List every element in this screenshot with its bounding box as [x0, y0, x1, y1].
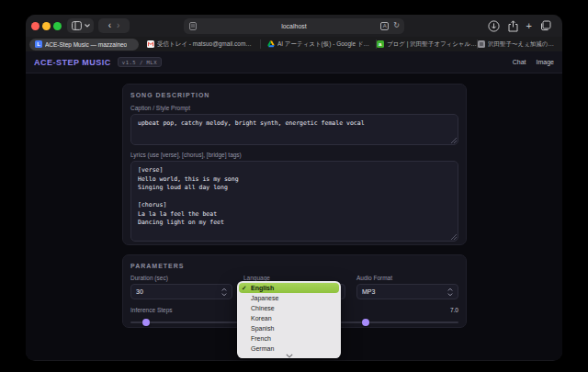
song-description-card: SONG DESCRIPTION Caption / Style Prompt … — [122, 84, 467, 245]
zoom-window-button[interactable] — [53, 22, 62, 30]
reload-icon[interactable]: ↻ — [393, 20, 400, 31]
inference-steps-label: Inference Steps — [130, 307, 173, 313]
localhost-favicon: L — [35, 40, 42, 48]
downloads-icon[interactable] — [488, 20, 500, 32]
nav-link-image[interactable]: Image — [537, 59, 554, 65]
version-badge: v1.5 / MLX — [118, 57, 162, 67]
tab-title: 受信トレイ - matsuo@gmail.com… — [157, 40, 252, 49]
tab-title: AI アーティスト(仮) - Google ド… — [277, 40, 369, 49]
audio-format-select[interactable]: MP3 — [356, 284, 458, 299]
dropdown-option[interactable]: Korean — [239, 313, 339, 323]
page-content: SONG DESCRIPTION Caption / Style Prompt … — [26, 73, 562, 360]
nav-buttons: ‹ › — [98, 18, 130, 33]
duration-label: Duration (sec) — [130, 275, 232, 281]
dropdown-option-selected[interactable]: ✓ English — [239, 283, 339, 293]
minimize-window-button[interactable] — [42, 22, 51, 30]
resize-handle-icon[interactable] — [451, 138, 457, 143]
select-stepper-icon — [447, 287, 453, 297]
blog-favicon: a — [377, 40, 384, 48]
dropdown-option[interactable]: Japanese — [239, 293, 339, 303]
app-title: ACE-STEP MUSIC — [34, 58, 111, 67]
dropdown-option[interactable]: Chinese — [239, 303, 339, 313]
close-window-button[interactable] — [31, 22, 40, 30]
tab-title: ACE-Step Music — mazzaineo — [45, 41, 127, 48]
language-dropdown-popup: ✓ English Japanese Chinese Korean Spanis… — [237, 281, 341, 358]
tab-title: ブログ | 沢田聖子オフィシャルブロ… — [387, 40, 477, 49]
check-icon: ✓ — [242, 283, 246, 293]
browser-titlebar: ‹ › localhost A ↻ — [26, 15, 562, 37]
app-header: ACE-STEP MUSIC v1.5 / MLX Chat Image — [26, 51, 562, 73]
chevron-down-icon — [85, 24, 90, 28]
url-bar[interactable]: localhost A ↻ — [184, 18, 404, 34]
gmail-favicon — [147, 40, 154, 48]
select-stepper-icon — [221, 287, 227, 297]
page-settings-icon[interactable] — [189, 22, 197, 30]
tab-google-docs[interactable]: AI アーティスト(仮) - Google ド… — [260, 39, 376, 49]
caption-textarea[interactable]: upbeat pop, catchy melody, bright synth,… — [130, 114, 458, 145]
tab-strip: L ACE-Step Music — mazzaineo 受信トレイ - mat… — [26, 37, 562, 51]
new-tab-button[interactable]: + — [526, 21, 532, 31]
caption-label: Caption / Style Prompt — [130, 105, 458, 111]
audio-format-label: Audio Format — [356, 275, 458, 281]
resize-handle-icon[interactable] — [451, 234, 457, 240]
dropdown-option[interactable]: Spanish — [239, 323, 339, 333]
section-title: PARAMETERS — [130, 263, 458, 269]
tab-tour-page[interactable]: 沢田聖子〜えぇ加減のお年玉ツアー… — [477, 39, 559, 49]
tab-blog[interactable]: a ブログ | 沢田聖子オフィシャルブロ… — [376, 39, 477, 49]
duration-select[interactable]: 30 — [130, 284, 232, 299]
tab-ace-step-music[interactable]: L ACE-Step Music — mazzaineo — [29, 39, 139, 51]
chevron-down-icon — [286, 354, 293, 358]
share-icon[interactable] — [508, 20, 518, 32]
sidebar-icon — [72, 21, 82, 30]
toolbar-actions: + — [488, 15, 551, 37]
browser-window: ‹ › localhost A ↻ — [26, 15, 562, 361]
audio-format-field: Audio Format MP3 — [356, 275, 458, 299]
section-title: SONG DESCRIPTION — [130, 92, 458, 98]
lyrics-textarea[interactable]: [verse] Hello world, this is my song Sin… — [130, 161, 458, 242]
generic-favicon — [478, 40, 485, 48]
url-text: localhost — [281, 23, 307, 29]
dropdown-scroll-indicator[interactable] — [239, 350, 339, 358]
guidance-value: 7.0 — [450, 307, 458, 313]
google-drive-favicon — [267, 40, 275, 48]
svg-text:L: L — [37, 41, 40, 47]
window-controls — [26, 22, 62, 30]
lyrics-label: Lyrics (use [verse], [chorus], [bridge] … — [130, 152, 458, 158]
tab-overview-icon[interactable] — [540, 20, 551, 31]
language-label: Language — [243, 275, 345, 281]
tab-title: 沢田聖子〜えぇ加減のお年玉ツアー… — [488, 40, 559, 49]
sidebar-toggle-button[interactable] — [67, 18, 94, 33]
duration-field: Duration (sec) 30 — [130, 275, 232, 299]
slider-thumb[interactable] — [142, 319, 150, 326]
nav-link-chat[interactable]: Chat — [513, 59, 526, 65]
forward-button[interactable]: › — [117, 21, 119, 30]
dropdown-option[interactable]: French — [239, 333, 339, 344]
translate-icon[interactable]: A — [380, 22, 389, 30]
slider-thumb[interactable] — [362, 319, 369, 326]
back-button[interactable]: ‹ — [108, 21, 111, 30]
tab-gmail-inbox[interactable]: 受信トレイ - matsuo@gmail.com… — [139, 39, 260, 49]
